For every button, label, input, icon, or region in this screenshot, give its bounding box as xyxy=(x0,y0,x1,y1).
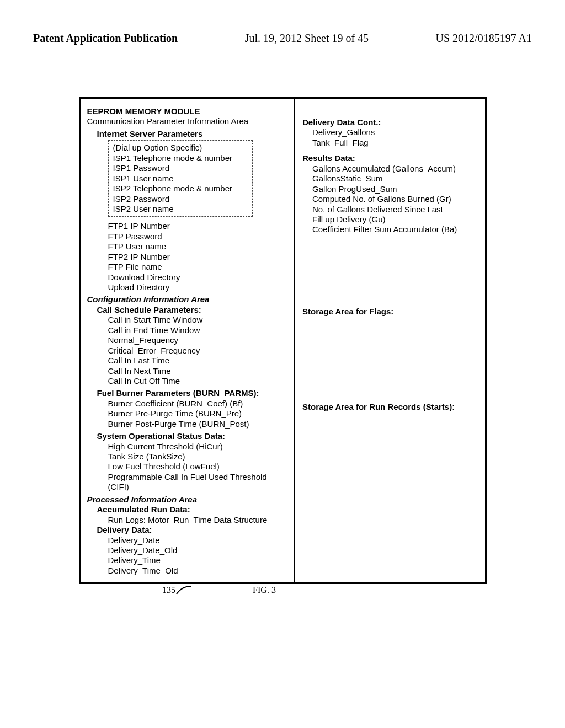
dc-item: Tank_Full_Flag xyxy=(312,138,479,148)
call-item: Call In Next Time xyxy=(108,366,288,376)
figure-label: FIG. 3 xyxy=(253,585,276,595)
config-area-heading: Configuration Information Area xyxy=(87,295,288,304)
header-line: Patent Application Publication Jul. 19, … xyxy=(33,32,532,45)
ftp-item: Upload Directory xyxy=(108,282,288,292)
dialup-item: ISP1 User name xyxy=(113,174,248,184)
res-item: Gallon ProgUsed_Sum xyxy=(312,184,479,194)
module-title: EEPROM MEMORY MODULE xyxy=(87,106,288,116)
spacer xyxy=(302,235,479,307)
figure-area: EEPROM MEMORY MODULE Communication Param… xyxy=(33,97,532,584)
results-data-heading: Results Data: xyxy=(302,153,479,163)
ftp-item: FTP2 IP Number xyxy=(108,252,288,262)
dialup-item: (Dial up Option Specific) xyxy=(113,143,248,153)
ftp-item: FTP Password xyxy=(108,232,288,242)
call-item: Call in End Time Window xyxy=(108,325,288,335)
dialup-group: (Dial up Option Specific) ISP1 Telephone… xyxy=(108,140,288,217)
delivery-cont-heading: Delivery Data Cont.: xyxy=(302,117,479,127)
call-sched-heading: Call Schedule Parameters: xyxy=(97,305,288,315)
burn-item: Burner Pre-Purge Time (BURN_Pre) xyxy=(108,409,288,419)
ftp-item: FTP1 IP Number xyxy=(108,221,288,231)
header-left: Patent Application Publication xyxy=(33,32,178,45)
caption-row: 135 FIG. 3 xyxy=(33,585,532,597)
res-item: Computed No. of Gallons Burned (Gr) xyxy=(312,194,479,204)
res-item: Fill up Delivery (Gu) xyxy=(312,215,479,224)
acc-item: Run Logs: Motor_Run_Time Data Structure xyxy=(108,515,288,525)
proc-area-heading: Processed Information Area xyxy=(87,495,288,505)
acc-run-heading: Accumulated Run Data: xyxy=(97,505,288,515)
header-right: US 2012/0185197 A1 xyxy=(436,32,532,45)
call-item: Call in Start Time Window xyxy=(108,315,288,325)
storage-flags-heading: Storage Area for Flags: xyxy=(302,307,479,317)
ref-number: 135 xyxy=(162,585,175,595)
dialup-item: ISP1 Telephone mode & number xyxy=(113,153,248,163)
header-center: Jul. 19, 2012 Sheet 19 of 45 xyxy=(245,32,369,45)
sys-item: High Current Threshold (HiCur) xyxy=(108,442,288,452)
delivery-cont-items: Delivery_Gallons Tank_Full_Flag xyxy=(312,127,479,148)
ref-135-group: 135 xyxy=(162,585,192,597)
leader-arc-icon xyxy=(175,585,192,597)
burn-item: Burner Coefficient (BURN_Coef) (Bf) xyxy=(108,399,288,409)
isp-heading: Internet Server Parameters xyxy=(97,129,288,139)
dialup-item: ISP1 Password xyxy=(113,163,248,173)
spacer xyxy=(302,106,479,117)
dialup-item: ISP2 Telephone mode & number xyxy=(113,184,248,194)
burn-items: Burner Coefficient (BURN_Coef) (Bf) Burn… xyxy=(108,399,288,429)
sys-item: Tank Size (TankSize) xyxy=(108,452,288,462)
ftp-item: FTP File name xyxy=(108,262,288,272)
delivery-item: Delivery_Time_Old xyxy=(108,566,288,576)
dialup-item: ISP2 User name xyxy=(113,204,248,214)
spacer xyxy=(302,317,479,402)
results-items: Gallons Accumulated (Gallons_Accum) Gall… xyxy=(312,164,479,235)
res-item: GallonsStatic_Sum xyxy=(312,174,479,184)
delivery-heading: Delivery Data: xyxy=(97,525,288,535)
sysop-heading: System Operational Status Data: xyxy=(97,431,288,441)
res-item: No. of Gallons Delivered Since Last xyxy=(312,205,479,215)
storage-run-heading: Storage Area for Run Records (Starts): xyxy=(302,402,479,412)
ftp-item: FTP User name xyxy=(108,242,288,251)
res-item: Coefficient Filter Sum Accumulator (Ba) xyxy=(312,224,479,234)
call-item: Call In Cut Off Time xyxy=(108,376,288,386)
dc-item: Delivery_Gallons xyxy=(312,127,479,137)
sys-item: Low Fuel Threshold (LowFuel) xyxy=(108,462,288,472)
acc-items: Run Logs: Motor_Run_Time Data Structure xyxy=(108,515,288,525)
left-column: EEPROM MEMORY MODULE Communication Param… xyxy=(81,99,295,582)
page: Patent Application Publication Jul. 19, … xyxy=(0,0,565,728)
delivery-item: Delivery_Time xyxy=(108,555,288,565)
eeprom-module-box: EEPROM MEMORY MODULE Communication Param… xyxy=(79,97,487,584)
dialup-box: (Dial up Option Specific) ISP1 Telephone… xyxy=(108,140,253,217)
dialup-item: ISP2 Password xyxy=(113,194,248,204)
comm-area-heading: Communication Parameter Information Area xyxy=(87,116,288,126)
call-item: Critical_Error_Frequency xyxy=(108,346,288,356)
burn-item: Burner Post-Purge Time (BURN_Post) xyxy=(108,419,288,429)
sysop-items: High Current Threshold (HiCur) Tank Size… xyxy=(108,442,288,493)
delivery-item: Delivery_Date xyxy=(108,536,288,545)
right-column: Delivery Data Cont.: Delivery_Gallons Ta… xyxy=(295,99,485,582)
delivery-items: Delivery_Date Delivery_Date_Old Delivery… xyxy=(108,536,288,576)
ftp-item: Download Directory xyxy=(108,272,288,282)
delivery-item: Delivery_Date_Old xyxy=(108,545,288,555)
ftp-group: FTP1 IP Number FTP Password FTP User nam… xyxy=(108,221,288,292)
call-item: Normal_Frequency xyxy=(108,335,288,345)
sys-item: Programmable Call In Fuel Used Threshold… xyxy=(108,472,288,493)
res-item: Gallons Accumulated (Gallons_Accum) xyxy=(312,164,479,174)
call-item: Call In Last Time xyxy=(108,356,288,366)
burn-parms-heading: Fuel Burner Parameters (BURN_PARMS): xyxy=(97,388,288,398)
call-items: Call in Start Time Window Call in End Ti… xyxy=(108,315,288,386)
